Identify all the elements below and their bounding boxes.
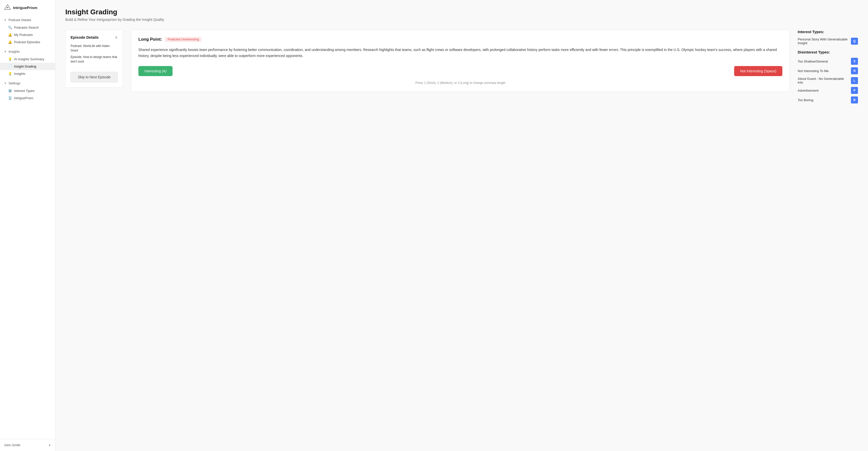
disinterest-type-item[interactable]: About Guest - No Generalizable Info L [798, 77, 858, 85]
interest-panel: Interest Types: Personal Story With Gene… [798, 30, 858, 106]
interest-type-item[interactable]: Personal Story With Generalizable Insigh… [798, 37, 858, 45]
disinterest-key-badge: P [851, 87, 858, 94]
insight-body: Shared experience significantly boosts t… [138, 47, 782, 59]
disinterest-item-label: About Guest - No Generalizable Info [798, 77, 851, 85]
svg-point-1 [7, 7, 8, 8]
content-layout: Episode Details ∧ Podcast: WorkLife with… [65, 30, 858, 106]
sidebar-section-header-settings[interactable]: ▼ Settings [0, 79, 55, 87]
user-chevron-icon: ▼ [48, 444, 51, 447]
disinterest-item-label: Not Interesting To Me [798, 69, 851, 73]
bell-icon: 🔔 [8, 33, 12, 37]
disinterest-divider: Disinterest Types: [798, 50, 858, 54]
episode-card-header: Episode Details ∧ [70, 35, 118, 40]
insight-card: Long Point: Predicted Uninteresting Shar… [131, 30, 789, 92]
interest-types-title: Interest Types: [798, 30, 858, 34]
page-subtitle: Build & Refine Your Intrigueprism by Gra… [65, 18, 858, 22]
action-buttons: Interesting (A) Not Interesting (Space) [138, 66, 782, 76]
chevron-down-icon-2: ▼ [4, 50, 6, 53]
sidebar-section-settings: ▼ Settings ⚙️ Interest Types 🗑️ Intrigue… [0, 78, 55, 103]
sidebar-section-insights: ▼ Insights 💡 AI Insights Summary 📄 Insig… [0, 47, 55, 78]
not-interesting-button[interactable]: Not Interesting (Space) [734, 66, 782, 76]
sidebar-item-podcasts-search[interactable]: 🔍 Podcasts Search [0, 24, 55, 31]
sidebar-section-podcast-details: ▼ Podcast Details 🔍 Podcasts Search 🔔 My… [0, 15, 55, 47]
bulb-icon: 💡 [8, 57, 12, 61]
sidebar-section-label-settings: Settings [8, 82, 20, 85]
bell2-icon: 🔔 [8, 40, 12, 44]
predicted-uninteresting-badge: Predicted Uninteresting [165, 37, 202, 42]
disinterest-item-label: Advertisement [798, 89, 851, 92]
episode-podcast-info: Podcast: WorkLife with Adam Grant [70, 44, 118, 53]
sidebar-section-header-podcast-details[interactable]: ▼ Podcast Details [0, 16, 55, 24]
disinterest-type-item[interactable]: Advertisement P [798, 87, 858, 94]
sidebar-item-my-podcasts[interactable]: 🔔 My Podcasts [0, 31, 55, 38]
doc-icon: 📄 [8, 65, 12, 68]
main-content: Insight Grading Build & Refine Your Intr… [55, 0, 868, 451]
skip-to-next-episode-button[interactable]: Skip to Next Episode [70, 72, 118, 83]
interesting-button[interactable]: Interesting (A) [138, 66, 173, 76]
sidebar-item-interest-types[interactable]: ⚙️ Interest Types [0, 87, 55, 94]
insight-header: Long Point: Predicted Uninteresting [138, 37, 782, 42]
keyboard-hint: Press 1 (Short), 2 (Medium), or 3 (Long)… [138, 81, 782, 85]
disinterest-type-item[interactable]: Too Shallow/General S [798, 58, 858, 65]
disinterest-key-badge: L [851, 77, 858, 84]
sidebar-item-label-intrigueprism: IntriguePrism [14, 96, 33, 100]
sidebar-item-label-interest-types: Interest Types [14, 89, 34, 93]
sidebar-section-label-podcast-details: Podcast Details [8, 18, 31, 22]
chevron-down-icon-3: ▼ [4, 82, 6, 85]
disinterest-item-label: Too Boring [798, 98, 851, 102]
chevron-down-icon: ▼ [4, 19, 6, 21]
bulb2-icon: 💡 [8, 72, 12, 75]
sidebar-section-label-insights: Insights [8, 50, 20, 54]
episode-card-title: Episode Details [70, 35, 99, 39]
sidebar-item-podcast-episodes[interactable]: 🔔 Podcast Episodes [0, 38, 55, 46]
disinterest-type-item[interactable]: Not Interesting To Me N [798, 67, 858, 74]
insight-label: Long Point: [138, 37, 162, 42]
interest-item-label: Personal Story With Generalizable Insigh… [798, 37, 851, 45]
logo-icon [4, 4, 11, 11]
disinterest-key-badge: S [851, 58, 858, 65]
trash-icon: 🗑️ [8, 96, 12, 100]
sidebar: IntriguePrism ▼ Podcast Details 🔍 Podcas… [0, 0, 55, 451]
interest-key-badge: Q [851, 38, 858, 45]
episode-label: Episode: [70, 55, 82, 59]
search-icon: 🔍 [8, 26, 12, 29]
sidebar-section-header-insights[interactable]: ▼ Insights [0, 48, 55, 56]
interest-types-list: Personal Story With Generalizable Insigh… [798, 37, 858, 45]
sidebar-item-insights[interactable]: 💡 Insights [0, 70, 55, 77]
sidebar-item-label-podcast-episodes: Podcast Episodes [14, 40, 40, 44]
disinterest-item-label: Too Shallow/General [798, 60, 851, 63]
sidebar-item-label-my-podcasts: My Podcasts [14, 33, 33, 37]
sidebar-item-label-insights: Insights [14, 72, 25, 75]
page-title: Insight Grading [65, 8, 858, 16]
sidebar-item-intrigueprism[interactable]: 🗑️ IntriguePrism [0, 94, 55, 102]
sidebar-footer: John Smith ▼ [0, 439, 55, 451]
disinterest-key-badge: B [851, 96, 858, 103]
sidebar-item-label-podcasts-search: Podcasts Search [14, 26, 39, 29]
episode-episode-info: Episode: How to design teams that don't … [70, 55, 118, 64]
episode-collapse-icon[interactable]: ∧ [115, 35, 118, 40]
disinterest-types-title: Disinterest Types: [798, 50, 858, 54]
sidebar-item-label-ai-insights-summary: AI Insights Summary [14, 57, 44, 61]
app-name: IntriguePrism [13, 5, 37, 10]
sidebar-item-label-insight-grading: Insight Grading [14, 65, 36, 68]
episode-card: Episode Details ∧ Podcast: WorkLife with… [65, 30, 123, 88]
disinterest-types-list: Too Shallow/General S Not Interesting To… [798, 58, 858, 103]
sidebar-item-ai-insights-summary[interactable]: 💡 AI Insights Summary [0, 56, 55, 63]
disinterest-type-item[interactable]: Too Boring B [798, 96, 858, 103]
podcast-label: Podcast: [70, 44, 82, 48]
gear-icon: ⚙️ [8, 89, 12, 93]
disinterest-key-badge: N [851, 67, 858, 74]
sidebar-item-insight-grading[interactable]: 📄 Insight Grading [0, 63, 55, 70]
app-logo: IntriguePrism [0, 0, 55, 15]
user-name: John Smith [4, 443, 20, 447]
